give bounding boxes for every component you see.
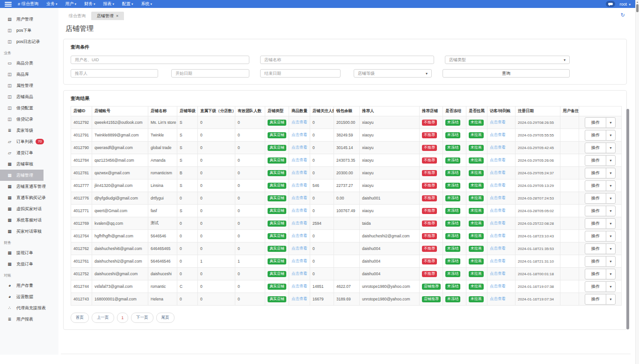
search-button[interactable]: 查询 [443, 69, 570, 78]
action-button-label[interactable]: 操作 [585, 143, 606, 153]
dropdown-caret-icon[interactable]: ▼ [606, 244, 615, 254]
visitor-view-link[interactable]: 点击查看 [490, 183, 506, 187]
page-btn-4[interactable]: 尾页 [156, 313, 174, 323]
goods-view-link[interactable]: 点击查看 [291, 296, 307, 301]
visitor-view-link[interactable]: 点击查看 [490, 258, 506, 263]
sidebar-toggle-icon[interactable] [0, 0, 16, 8]
dropdown-caret-icon[interactable]: ▼ [606, 130, 615, 140]
goods-view-link[interactable]: 点击查看 [291, 233, 307, 238]
visitor-view-link[interactable]: 点击查看 [490, 195, 506, 200]
sidebar-item-26[interactable]: ∴代理商充提报表 [0, 302, 44, 314]
action-dropdown-button[interactable]: 操作▼ [585, 155, 616, 166]
action-dropdown-button[interactable]: 操作▼ [585, 130, 616, 141]
goods-view-link[interactable]: 点击查看 [291, 258, 307, 263]
goods-view-link[interactable]: 点击查看 [291, 145, 307, 150]
username-input[interactable] [71, 56, 249, 64]
action-dropdown-button[interactable]: 操作▼ [585, 117, 616, 128]
goods-view-link[interactable]: 点击查看 [291, 284, 307, 288]
visitor-view-link[interactable]: 点击查看 [490, 221, 506, 225]
nav-menu-0[interactable]: 业务▾ [46, 1, 58, 7]
dropdown-caret-icon[interactable]: ▼ [606, 294, 615, 304]
visitor-view-link[interactable]: 点击查看 [490, 170, 506, 175]
window-scrollbar-thumb[interactable] [636, 4, 639, 12]
sidebar-item-10[interactable]: ≣卖家等级 [0, 125, 44, 136]
dropdown-caret-icon[interactable]: ▼ [606, 181, 615, 191]
sidebar-item-9[interactable]: ◫借贷记录 [0, 114, 44, 125]
visitor-view-link[interactable]: 点击查看 [490, 208, 506, 213]
sidebar-item-5[interactable]: ◫商品库 [0, 69, 44, 80]
sidebar-item-25[interactable]: ◕运营数据 [0, 291, 44, 302]
action-button-label[interactable]: 操作 [585, 156, 606, 165]
referrer-input[interactable] [71, 69, 158, 78]
sidebar-item-27[interactable]: ≣用户报表 [0, 314, 44, 325]
action-dropdown-button[interactable]: 操作▼ [585, 218, 616, 229]
end-date-input[interactable] [260, 69, 341, 78]
dropdown-caret-icon[interactable]: ▼ [606, 269, 615, 279]
goods-view-link[interactable]: 点击查看 [291, 195, 307, 200]
start-date-input[interactable] [171, 69, 249, 78]
sidebar-item-8[interactable]: ◫借贷配置 [0, 102, 44, 114]
action-dropdown-button[interactable]: 操作▼ [585, 193, 616, 204]
action-dropdown-button[interactable]: 操作▼ [585, 206, 616, 216]
dropdown-caret-icon[interactable]: ▼ [606, 282, 615, 292]
tab-1[interactable]: 店铺管理× [91, 12, 124, 20]
dropdown-caret-icon[interactable]: ▼ [606, 206, 615, 216]
action-dropdown-button[interactable]: 操作▼ [585, 168, 616, 178]
sidebar-item-22[interactable]: ▦充值订单 [0, 258, 44, 270]
close-icon[interactable]: × [116, 14, 118, 18]
goods-view-link[interactable]: 点击查看 [291, 157, 307, 162]
action-button-label[interactable]: 操作 [585, 130, 606, 140]
page-current[interactable]: 1 [117, 313, 129, 323]
action-dropdown-button[interactable]: 操作▼ [585, 269, 616, 279]
goods-view-link[interactable]: 点击查看 [291, 221, 307, 225]
action-button-label[interactable]: 操作 [585, 193, 606, 203]
sidebar-item-14[interactable]: ▦店铺管理 [0, 170, 44, 181]
goods-view-link[interactable]: 点击查看 [291, 170, 307, 175]
nav-menu-1[interactable]: 用户▾ [65, 1, 77, 7]
sidebar-item-11[interactable]: ▱订单列表70 [0, 136, 44, 147]
action-button-label[interactable]: 操作 [585, 219, 606, 228]
sidebar-item-13[interactable]: ▦店铺审核 [0, 158, 44, 170]
action-button-label[interactable]: 操作 [585, 244, 606, 254]
visitor-view-link[interactable]: 点击查看 [490, 145, 506, 150]
action-button-label[interactable]: 操作 [585, 257, 606, 266]
action-dropdown-button[interactable]: 操作▼ [585, 143, 616, 153]
action-button-label[interactable]: 操作 [585, 206, 606, 216]
sidebar-item-4[interactable]: ▭商品分类 [0, 57, 44, 69]
dropdown-caret-icon[interactable]: ▼ [606, 231, 615, 241]
visitor-view-link[interactable]: 点击查看 [490, 157, 506, 162]
dropdown-caret-icon[interactable]: ▼ [606, 118, 615, 128]
action-button-label[interactable]: 操作 [585, 269, 606, 279]
sidebar-item-12[interactable]: ▱退货订单 [0, 147, 44, 158]
user-menu[interactable]: root ▾ [619, 2, 631, 7]
dropdown-caret-icon[interactable]: ▼ [606, 156, 615, 165]
goods-view-link[interactable]: 点击查看 [291, 120, 307, 124]
action-dropdown-button[interactable]: 操作▼ [585, 243, 616, 254]
action-dropdown-button[interactable]: 操作▼ [585, 231, 616, 242]
page-btn-0[interactable]: 首页 [71, 313, 89, 323]
sidebar-item-19[interactable]: ▦买家对话审核 [0, 226, 44, 237]
dropdown-caret-icon[interactable]: ▼ [606, 219, 615, 228]
action-dropdown-button[interactable]: 操作▼ [585, 294, 616, 305]
action-button-label[interactable]: 操作 [585, 294, 606, 304]
visitor-view-link[interactable]: 点击查看 [490, 132, 506, 137]
content-scrollbar-thumb[interactable] [626, 109, 629, 329]
nav-home[interactable]: # 综合查询 [18, 1, 38, 7]
action-dropdown-button[interactable]: 操作▼ [585, 180, 616, 191]
visitor-view-link[interactable]: 点击查看 [490, 271, 506, 276]
chat-icon[interactable] [606, 1, 615, 7]
dropdown-caret-icon[interactable]: ▼ [606, 168, 615, 178]
scroll-up-arrow-icon[interactable]: ▲ [636, 0, 639, 3]
sidebar-item-18[interactable]: ▦系统客服对话 [0, 214, 44, 226]
visitor-view-link[interactable]: 点击查看 [490, 296, 506, 301]
page-btn-1[interactable]: 上一页 [92, 313, 114, 323]
dropdown-caret-icon[interactable]: ▼ [606, 193, 615, 203]
goods-view-link[interactable]: 点击查看 [291, 183, 307, 187]
goods-view-link[interactable]: 点击查看 [291, 271, 307, 276]
visitor-view-link[interactable]: 点击查看 [490, 284, 506, 288]
goods-view-link[interactable]: 点击查看 [291, 208, 307, 213]
nav-menu-3[interactable]: 报表▾ [103, 1, 115, 7]
window-scrollbar[interactable]: ▲ [635, 0, 639, 364]
sidebar-item-2[interactable]: ◫pos日志记录 [0, 36, 44, 47]
sidebar-item-21[interactable]: ▦提现订单 [0, 247, 44, 258]
